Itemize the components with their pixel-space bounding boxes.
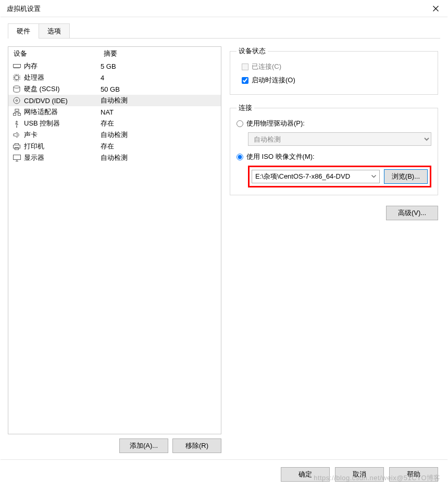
- device-status-group: 设备状态 已连接(C) 启动时连接(O): [230, 46, 438, 95]
- physical-drive-sub: 自动检测: [248, 132, 431, 146]
- use-iso-row: 使用 ISO 映像文件(M):: [237, 150, 431, 164]
- svg-point-8: [16, 127, 17, 128]
- col-summary-header: 摘要: [104, 49, 217, 58]
- advanced-label: 高级(V)...: [398, 208, 426, 218]
- physical-drive-select: 自动检测: [248, 132, 431, 146]
- col-device-header: 设备: [13, 49, 104, 58]
- device-row[interactable]: 硬盘 (SCSI)50 GB: [8, 83, 221, 95]
- iso-highlight: 浏览(B)...: [248, 166, 431, 187]
- device-row[interactable]: 网络适配器NAT: [8, 106, 221, 118]
- device-summary: 存在: [101, 142, 217, 151]
- device-row[interactable]: 内存5 GB: [8, 60, 221, 72]
- device-row[interactable]: 声卡自动检测: [8, 129, 221, 141]
- add-device-button[interactable]: 添加(A)...: [119, 438, 168, 453]
- close-button[interactable]: [424, 1, 447, 17]
- use-physical-radio[interactable]: [237, 120, 243, 127]
- connect-at-power-row: 启动时连接(O): [237, 73, 431, 87]
- connected-checkbox: [242, 64, 248, 70]
- svg-rect-12: [13, 155, 20, 159]
- close-icon: [433, 6, 439, 11]
- network-icon: [13, 108, 21, 116]
- device-row[interactable]: CD/DVD (IDE)自动检测: [8, 95, 221, 106]
- browse-button[interactable]: 浏览(B)...: [384, 169, 428, 184]
- device-summary: 4: [101, 74, 217, 82]
- device-summary: 50 GB: [101, 85, 217, 93]
- device-row[interactable]: 打印机存在: [8, 141, 221, 152]
- tab-row: 硬件 选项: [1, 17, 447, 39]
- device-row[interactable]: 处理器4: [8, 72, 221, 83]
- tab-options-label: 选项: [47, 27, 61, 35]
- memory-icon: [13, 62, 21, 70]
- svg-point-4: [16, 99, 17, 101]
- svg-point-2: [14, 86, 20, 88]
- advanced-button[interactable]: 高级(V)...: [386, 206, 438, 220]
- svg-rect-6: [13, 113, 16, 115]
- device-summary: 自动检测: [101, 130, 217, 140]
- right-pane: 设备状态 已连接(C) 启动时连接(O) 连接 使用物理驱动器(P):: [230, 46, 440, 459]
- device-summary: 存在: [101, 119, 217, 128]
- svg-point-3: [14, 97, 20, 104]
- device-list[interactable]: 设备 摘要 内存5 GB处理器4硬盘 (SCSI)50 GBCD/DVD (ID…: [8, 46, 221, 434]
- iso-path-wrap: [252, 170, 380, 183]
- connected-row: 已连接(C): [237, 60, 431, 73]
- content-area: 设备 摘要 内存5 GB处理器4硬盘 (SCSI)50 GBCD/DVD (ID…: [1, 39, 447, 459]
- cancel-label: 取消: [353, 470, 366, 479]
- device-name: 声卡: [24, 130, 38, 140]
- device-status-legend: 设备状态: [237, 46, 268, 56]
- device-row[interactable]: 显示器自动检测: [8, 152, 221, 164]
- use-physical-label: 使用物理驱动器(P):: [246, 119, 305, 128]
- device-name: 硬盘 (SCSI): [24, 84, 60, 94]
- cd-icon: [13, 96, 21, 105]
- dialog-footer: 确定 取消 帮助: [1, 459, 447, 488]
- device-name: 显示器: [24, 153, 44, 162]
- connected-label: 已连接(C): [252, 62, 281, 71]
- device-name: 内存: [24, 61, 38, 71]
- device-name: 打印机: [24, 142, 44, 151]
- cpu-icon: [13, 73, 21, 82]
- use-iso-radio[interactable]: [237, 154, 243, 160]
- svg-rect-5: [15, 109, 19, 111]
- window-title: 虚拟机设置: [7, 4, 424, 14]
- titlebar: 虚拟机设置: [1, 1, 447, 17]
- tab-options[interactable]: 选项: [39, 23, 70, 39]
- tab-hardware[interactable]: 硬件: [8, 23, 39, 39]
- cancel-button[interactable]: 取消: [335, 467, 384, 482]
- svg-rect-0: [13, 65, 20, 68]
- sound-icon: [13, 131, 21, 139]
- device-summary: NAT: [101, 108, 217, 116]
- use-iso-label: 使用 ISO 映像文件(M):: [246, 152, 315, 161]
- help-button[interactable]: 帮助: [389, 467, 438, 482]
- device-list-header: 设备 摘要: [8, 47, 221, 60]
- iso-path-input[interactable]: [252, 170, 380, 183]
- device-name: 网络适配器: [24, 107, 58, 117]
- device-row[interactable]: USB 控制器存在: [8, 118, 221, 129]
- connect-at-power-checkbox[interactable]: [242, 77, 248, 84]
- device-name: 处理器: [24, 73, 44, 82]
- vm-settings-dialog: 虚拟机设置 硬件 选项 设备 摘要 内存5 GB处理器4硬盘 (SCSI)50 …: [0, 0, 448, 489]
- svg-rect-1: [15, 76, 19, 80]
- advanced-row: 高级(V)...: [230, 204, 438, 220]
- help-label: 帮助: [407, 470, 420, 479]
- iso-path-dropdown[interactable]: [369, 170, 379, 183]
- add-device-label: 添加(A)...: [130, 441, 158, 450]
- ok-label: 确定: [298, 470, 312, 479]
- printer-icon: [13, 142, 21, 151]
- remove-device-label: 移除(R): [185, 441, 208, 450]
- connection-legend: 连接: [237, 103, 254, 112]
- device-summary: 自动检测: [101, 96, 217, 105]
- connect-at-power-label: 启动时连接(O): [252, 76, 295, 85]
- remove-device-button[interactable]: 移除(R): [172, 438, 221, 453]
- left-pane: 设备 摘要 内存5 GB处理器4硬盘 (SCSI)50 GBCD/DVD (ID…: [8, 46, 221, 459]
- device-buttons: 添加(A)... 移除(R): [8, 434, 221, 459]
- device-summary: 5 GB: [101, 62, 217, 70]
- device-name: CD/DVD (IDE): [24, 97, 68, 105]
- display-icon: [13, 154, 21, 162]
- disk-icon: [13, 85, 21, 93]
- ok-button[interactable]: 确定: [281, 467, 330, 482]
- connection-group: 连接 使用物理驱动器(P): 自动检测 使用 ISO 映像文件(M):: [230, 103, 438, 195]
- browse-label: 浏览(B)...: [392, 172, 420, 181]
- chevron-down-icon: [371, 175, 376, 178]
- device-name: USB 控制器: [24, 119, 60, 128]
- usb-icon: [13, 119, 21, 128]
- tab-hardware-label: 硬件: [17, 27, 30, 35]
